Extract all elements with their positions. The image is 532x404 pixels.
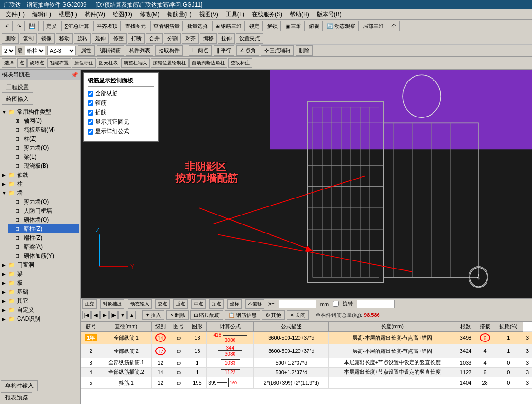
btn-other[interactable]: ⚙ 其他: [262, 310, 285, 320]
btn-smart-layout[interactable]: 智能布置: [47, 58, 71, 68]
tree-item-door[interactable]: ▶ 📁 门窗洞: [1, 260, 79, 269]
btn-three-point[interactable]: ⊹ 三点辅轴: [261, 45, 294, 56]
btn-scale-rebar[interactable]: ⊞ 缩尺配筋: [190, 310, 223, 320]
cp-check-4[interactable]: [88, 119, 93, 125]
btn-insert-rebar[interactable]: ✦ 插入: [142, 310, 164, 320]
menu-version[interactable]: 版本号(B): [313, 9, 345, 19]
btn-full[interactable]: 全: [388, 21, 400, 31]
btn-in-place-note[interactable]: 原位标注: [72, 58, 96, 68]
tree-item-masonry-rebar[interactable]: ⊟ 砌体加筋(Y): [8, 251, 79, 260]
btn-calc[interactable]: ∑汇总计算: [61, 21, 92, 31]
btn-redo[interactable]: ↷: [14, 21, 25, 31]
nav-first[interactable]: |◀: [82, 311, 91, 319]
tree-item-slab[interactable]: ⊟ 现浇板(B): [8, 162, 79, 171]
btn-stretch[interactable]: 拉伸: [218, 33, 235, 44]
btn-project-settings[interactable]: 工程设置: [2, 82, 33, 93]
btn-snap-obj[interactable]: 对象捕捉: [100, 299, 124, 309]
btn-vertex[interactable]: 顶点: [209, 299, 224, 309]
tree-item-dark-col[interactable]: ⊟ 暗柱(Z): [8, 224, 79, 233]
btn-report-preview[interactable]: 报表预览: [1, 392, 32, 403]
tree-item-axis-root[interactable]: ▶ 📁 轴线: [1, 171, 79, 180]
cp-check-5[interactable]: [88, 129, 93, 135]
tree-item-shear-wall-child[interactable]: ⊟ 剪力墙(Q): [8, 198, 79, 206]
btn-close[interactable]: ✕ 关闭: [287, 310, 309, 320]
cp-check-3[interactable]: [88, 110, 93, 116]
nav-prev[interactable]: ◀: [91, 311, 100, 319]
menu-rebar[interactable]: 钢筋量(E): [163, 9, 196, 19]
rotate-input[interactable]: 0.000: [357, 300, 395, 308]
btn-batch-select[interactable]: 批量选择: [184, 21, 211, 31]
btn-coord[interactable]: 坐标: [227, 299, 242, 309]
btn-element-list[interactable]: 构件列表: [126, 45, 153, 56]
nav-next[interactable]: ▶: [100, 311, 109, 319]
btn-merge[interactable]: 合并: [146, 33, 163, 44]
btn-find[interactable]: 查找图元: [122, 21, 149, 31]
menu-view[interactable]: 视图(V): [196, 9, 222, 19]
btn-unlock[interactable]: 解锁: [264, 21, 281, 31]
btn-delete-rebar[interactable]: ✕ 删除: [166, 310, 189, 320]
btn-properties[interactable]: 属性: [78, 45, 95, 56]
btn-offset[interactable]: 编移: [200, 33, 217, 44]
btn-check-note[interactable]: 查改标注: [228, 58, 252, 68]
menu-element[interactable]: 构件(W): [81, 9, 109, 19]
cp-item-2[interactable]: 箍筋: [88, 99, 154, 107]
cp-check-2[interactable]: [88, 100, 93, 106]
menu-tools[interactable]: 工具(T): [222, 9, 248, 19]
btn-rotate[interactable]: 旋转: [74, 33, 91, 44]
btn-draw-by-anchor[interactable]: 按锚位置绘制柱: [151, 58, 189, 68]
tree-item-jichi[interactable]: ▶ 📁 基础: [1, 287, 79, 296]
tree-item-foundation[interactable]: ⊟ 筏板基础(M): [8, 126, 79, 135]
btn-select[interactable]: 选择: [2, 58, 16, 68]
btn-dynamic-input[interactable]: 动态输入: [128, 299, 152, 309]
tree-item-masonry-wall[interactable]: ⊟ 砌体墙(Q): [8, 215, 79, 224]
btn-single-element[interactable]: 单构件输入: [1, 380, 38, 391]
btn-rotate-point[interactable]: 旋转点: [27, 58, 46, 68]
tree-item-axis[interactable]: ⊞ 轴网(J): [8, 117, 79, 126]
btn-adjust-end[interactable]: 调整柱端头: [121, 58, 150, 68]
btn-delete[interactable]: 删除: [2, 33, 19, 44]
x-coord-input[interactable]: [279, 300, 316, 308]
btn-define[interactable]: 定义: [43, 21, 60, 31]
sidebar-pin[interactable]: 📌: [71, 72, 78, 78]
floor-select[interactable]: 2: [2, 46, 16, 55]
type-select[interactable]: 暗柱: [25, 46, 45, 55]
cad-viewport[interactable]: Z Y 4 非阴影区: [81, 70, 532, 298]
btn-element-table[interactable]: 图元柱表: [97, 58, 120, 68]
btn-split[interactable]: 分割: [164, 33, 181, 44]
cp-item-4[interactable]: 显示其它圆元: [88, 118, 154, 126]
cp-item-3[interactable]: 插筋: [88, 108, 154, 117]
tree-item-col-root[interactable]: ▶ 📁 柱: [1, 180, 79, 189]
btn-point-angle[interactable]: ∠ 点角: [236, 45, 259, 56]
rebar-table-container[interactable]: 筋号 直径(mm) 级别 图号 图形 计算公式 公式描述 长度(mm) 根数 搭…: [81, 321, 532, 404]
btn-undo[interactable]: ↶: [2, 21, 13, 31]
tree-item-liang[interactable]: ▶ 📁 梁: [1, 269, 79, 278]
tree-item-end-col[interactable]: ⊟ 端柱(Z): [8, 233, 79, 242]
nav-up[interactable]: ▲: [127, 311, 136, 319]
btn-break[interactable]: 打断: [128, 33, 145, 44]
btn-intersection[interactable]: 交点: [155, 299, 170, 309]
btn-two-points[interactable]: ⊢ 两点: [189, 45, 212, 56]
btn-draw-input[interactable]: 绘图输入: [2, 94, 33, 105]
tree-item-common[interactable]: ▼ 📁 常用构件类型: [1, 108, 79, 117]
btn-move[interactable]: 移动: [56, 33, 73, 44]
btn-3d[interactable]: ▣ 三维: [282, 21, 305, 31]
tree-item-beam[interactable]: ⊟ 梁(L): [8, 153, 79, 162]
tree-item-custom[interactable]: ▶ 📁 自定义: [1, 305, 79, 314]
btn-set-grip[interactable]: 设置夹点: [236, 33, 263, 44]
tree-item-hidden-beam[interactable]: ⊟ 暗梁(A): [8, 242, 79, 251]
tree-item-cad[interactable]: ▶ 📁 CAD识别: [1, 314, 79, 323]
menu-file[interactable]: 文件(E): [2, 9, 28, 19]
btn-no-offset[interactable]: 不偏移: [245, 299, 264, 309]
btn-point[interactable]: 点: [17, 58, 27, 68]
btn-align[interactable]: 对齐: [182, 33, 199, 44]
btn-extend[interactable]: 延伸: [92, 33, 109, 44]
btn-edit-rebar[interactable]: 编辑钢筋: [97, 45, 124, 56]
btn-level[interactable]: 平齐板顶: [93, 21, 121, 31]
menu-edit[interactable]: 编辑(E): [28, 9, 55, 19]
btn-mirror[interactable]: 镜像: [38, 33, 55, 44]
menu-online[interactable]: 在线服务(S): [248, 9, 286, 19]
btn-dynamic-view[interactable]: 🔄 动态观察: [324, 21, 359, 31]
btn-top-view[interactable]: 俯视: [306, 21, 323, 31]
menu-floor[interactable]: 楼层(L): [55, 9, 81, 19]
btn-trim[interactable]: 修整: [110, 33, 127, 44]
